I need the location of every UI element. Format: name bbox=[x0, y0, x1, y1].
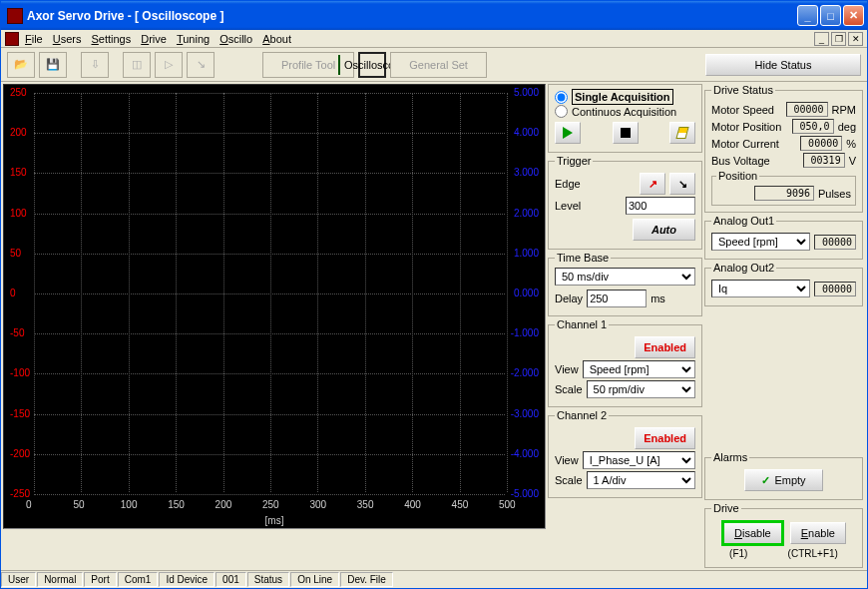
sb-user: User bbox=[1, 572, 36, 587]
menu-tuning[interactable]: Tuning bbox=[177, 33, 210, 45]
erase-icon bbox=[675, 127, 688, 139]
sb-dev: Dev. File bbox=[340, 572, 393, 587]
stop-icon bbox=[621, 128, 631, 138]
edge-label: Edge bbox=[555, 178, 581, 190]
sb-com: Com1 bbox=[118, 572, 159, 587]
analog-out2-value: 00000 bbox=[814, 282, 856, 296]
maximize-button[interactable]: □ bbox=[820, 5, 841, 26]
motor-position-value: 050,0 bbox=[792, 119, 834, 134]
drive-status-legend: Drive Status bbox=[711, 84, 775, 96]
mdi-close-button[interactable]: ✕ bbox=[848, 32, 863, 46]
check-icon: ✓ bbox=[761, 474, 770, 487]
titlebar[interactable]: Axor Servo Drive - [ Oscilloscope ] _ □ … bbox=[1, 1, 867, 30]
play-icon bbox=[563, 127, 573, 139]
open-button[interactable]: 📂 bbox=[7, 52, 35, 78]
profile-tool-button[interactable]: Profile Tool bbox=[262, 52, 354, 78]
sb-online: On Line bbox=[290, 572, 339, 587]
analog-out1-select[interactable]: Speed [rpm] bbox=[711, 233, 810, 251]
trigger-legend: Trigger bbox=[555, 155, 593, 167]
channel1-legend: Channel 1 bbox=[555, 318, 609, 330]
timebase-panel: Time Base 50 ms/div Delay ms bbox=[548, 252, 702, 316]
tool-button-4[interactable]: ↘ bbox=[187, 52, 215, 78]
motor-current-value: 00000 bbox=[800, 136, 842, 151]
status-bar: User Normal Port Com1 Id Device 001 Stat… bbox=[1, 570, 867, 588]
disable-button[interactable]: Disable bbox=[721, 520, 784, 546]
menu-bar: File Users Settings Drive Tuning Oscillo… bbox=[1, 30, 867, 48]
drive-panel: Drive Disable Enable (F1) (CTRL+F1) bbox=[704, 502, 863, 568]
mdi-minimize-button[interactable]: _ bbox=[814, 32, 829, 46]
falling-edge-button[interactable]: ↘ bbox=[669, 173, 695, 195]
analog-out1-value: 00000 bbox=[814, 235, 856, 250]
play-button[interactable] bbox=[555, 122, 581, 144]
general-set-button[interactable]: General Set bbox=[390, 52, 487, 78]
ch2-scale-label: Scale bbox=[555, 474, 583, 486]
app-window: Axor Servo Drive - [ Oscilloscope ] _ □ … bbox=[0, 0, 868, 589]
oscilloscope-button[interactable]: Oscilloscope bbox=[358, 52, 386, 78]
trigger-auto-button[interactable]: Auto bbox=[633, 219, 695, 241]
channel1-scale-select[interactable]: 50 rpm/div bbox=[587, 380, 695, 398]
sb-normal: Normal bbox=[37, 572, 83, 587]
single-acquisition-radio[interactable]: Single Acquisition bbox=[555, 89, 695, 105]
drive-status-panel: Drive Status Motor Speed00000RPM Motor P… bbox=[704, 84, 863, 213]
close-button[interactable]: ✕ bbox=[843, 5, 864, 26]
timebase-select[interactable]: 50 ms/div bbox=[555, 268, 695, 286]
sb-port: Port bbox=[84, 572, 116, 587]
oscilloscope-icon bbox=[338, 55, 340, 75]
channel2-scale-select[interactable]: 1 A/div bbox=[587, 471, 695, 489]
channel2-legend: Channel 2 bbox=[555, 409, 609, 421]
level-label: Level bbox=[555, 200, 581, 212]
position-subpanel: Position 9096Pulses bbox=[711, 170, 856, 206]
stop-button[interactable] bbox=[613, 122, 639, 144]
channel2-view-select[interactable]: I_Phase_U [A] bbox=[583, 451, 695, 469]
save-button[interactable]: 💾 bbox=[39, 52, 67, 78]
menu-file[interactable]: File bbox=[25, 33, 43, 45]
trigger-panel: Trigger Edge ↗ ↘ Level Auto bbox=[548, 155, 702, 250]
sb-id: Id Device bbox=[159, 572, 215, 587]
menu-settings[interactable]: Settings bbox=[91, 33, 131, 45]
hide-status-button[interactable]: Hide Status bbox=[705, 54, 861, 76]
tool-button-3[interactable]: ▷ bbox=[155, 52, 183, 78]
acquisition-panel: Single Acquisition Continuos Acquisition bbox=[548, 84, 702, 153]
channel1-panel: Channel 1 Enabled View Speed [rpm] Scale… bbox=[548, 318, 702, 407]
sb-idv: 001 bbox=[216, 572, 246, 587]
menu-oscillo[interactable]: Oscillo bbox=[219, 33, 252, 45]
delay-label: Delay bbox=[555, 293, 583, 304]
menu-about[interactable]: About bbox=[262, 33, 291, 45]
analog-out2-panel: Analog Out2 Iq 00000 bbox=[704, 262, 863, 306]
analog-out1-panel: Analog Out1 Speed [rpm] 00000 bbox=[704, 215, 863, 260]
tool-button-2[interactable]: ◫ bbox=[123, 52, 151, 78]
enable-button[interactable]: Enable bbox=[790, 522, 846, 544]
trigger-level-input[interactable] bbox=[626, 197, 695, 215]
continuous-acquisition-radio[interactable]: Continuos Acquisition bbox=[555, 105, 695, 118]
rising-edge-button[interactable]: ↗ bbox=[640, 173, 665, 195]
mdi-restore-button[interactable]: ❐ bbox=[831, 32, 846, 46]
alarms-panel: Alarms ✓Empty bbox=[704, 451, 863, 500]
app-icon bbox=[7, 8, 23, 24]
channel2-enabled-button[interactable]: Enabled bbox=[635, 427, 695, 449]
ctrlf1-shortcut: (CTRL+F1) bbox=[788, 548, 838, 559]
f1-shortcut: (F1) bbox=[729, 548, 747, 559]
erase-button[interactable] bbox=[669, 122, 695, 144]
ch1-scale-label: Scale bbox=[555, 383, 583, 395]
sb-status: Status bbox=[247, 572, 289, 587]
ch1-view-label: View bbox=[555, 363, 579, 375]
toolbar: 📂 💾 ⇩ ◫ ▷ ↘ Profile Tool Oscilloscope Ge… bbox=[1, 48, 867, 82]
channel1-enabled-button[interactable]: Enabled bbox=[635, 336, 695, 358]
position-pulses-value: 9096 bbox=[754, 186, 814, 201]
delay-input[interactable] bbox=[587, 290, 647, 307]
mdi-icon[interactable] bbox=[5, 32, 19, 46]
ch2-view-label: View bbox=[555, 454, 579, 466]
window-title: Axor Servo Drive - [ Oscilloscope ] bbox=[27, 9, 797, 23]
bus-voltage-value: 00319 bbox=[803, 153, 845, 168]
analog-out2-select[interactable]: Iq bbox=[711, 280, 810, 297]
delay-unit: ms bbox=[651, 293, 665, 304]
menu-users[interactable]: Users bbox=[53, 33, 82, 45]
channel1-view-select[interactable]: Speed [rpm] bbox=[583, 360, 695, 378]
channel2-panel: Channel 2 Enabled View I_Phase_U [A] Sca… bbox=[548, 409, 702, 498]
oscilloscope-plot: 2505.0002004.0001503.0001002.000501.0000… bbox=[3, 84, 546, 529]
motor-speed-value: 00000 bbox=[786, 102, 828, 117]
minimize-button[interactable]: _ bbox=[797, 5, 818, 26]
tool-button-1[interactable]: ⇩ bbox=[81, 52, 109, 78]
menu-drive[interactable]: Drive bbox=[141, 33, 167, 45]
alarms-empty-button[interactable]: ✓Empty bbox=[744, 469, 822, 491]
